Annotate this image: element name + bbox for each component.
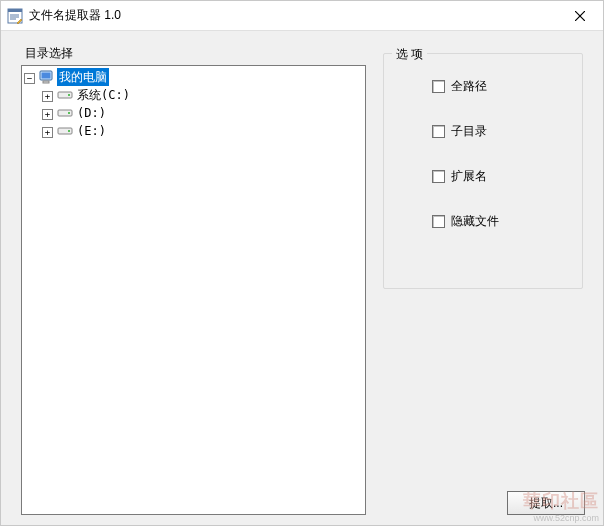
options-group: 选 项 全路径 子目录 扩展名 隐藏文件 [383, 53, 583, 289]
checkbox-hidden[interactable]: 隐藏文件 [432, 213, 562, 230]
checkbox-box [432, 215, 445, 228]
checkbox-box [432, 125, 445, 138]
app-icon [7, 8, 23, 24]
checkbox-label: 子目录 [451, 123, 487, 140]
titlebar: 文件名提取器 1.0 [1, 1, 603, 31]
tree-node-label: (E:) [75, 122, 108, 140]
close-button[interactable] [557, 1, 603, 31]
checkbox-fullpath[interactable]: 全路径 [432, 78, 562, 95]
expand-toggle[interactable]: + [42, 127, 53, 138]
svg-rect-8 [42, 73, 51, 79]
tree-node-drive[interactable]: + (E:) [24, 122, 365, 140]
drive-icon [57, 105, 73, 121]
client-area: 目录选择 − 我的电脑 + [1, 31, 603, 525]
expand-toggle[interactable]: + [42, 109, 53, 120]
checkbox-label: 扩展名 [451, 168, 487, 185]
tree-node-label: 系统(C:) [75, 86, 132, 104]
tree-node-drive[interactable]: + 系统(C:) [24, 86, 365, 104]
checkbox-box [432, 170, 445, 183]
expand-toggle[interactable]: − [24, 73, 35, 84]
svg-rect-13 [68, 112, 70, 114]
close-icon [575, 11, 585, 21]
app-window: 文件名提取器 1.0 目录选择 − [0, 0, 604, 526]
checkbox-label: 全路径 [451, 78, 487, 95]
checkbox-box [432, 80, 445, 93]
checkbox-subdir[interactable]: 子目录 [432, 123, 562, 140]
expand-toggle[interactable]: + [42, 91, 53, 102]
checkbox-label: 隐藏文件 [451, 213, 499, 230]
computer-icon [39, 69, 55, 85]
svg-rect-9 [43, 81, 49, 83]
tree-node-root[interactable]: − 我的电脑 [24, 68, 365, 86]
directory-legend: 目录选择 [21, 45, 77, 62]
directory-tree[interactable]: − 我的电脑 + [21, 65, 366, 515]
svg-rect-11 [68, 94, 70, 96]
directory-group: 目录选择 − 我的电脑 + [21, 53, 366, 521]
tree-node-label: (D:) [75, 104, 108, 122]
drive-icon [57, 123, 73, 139]
extract-button[interactable]: 提取... [507, 491, 585, 515]
svg-rect-15 [68, 130, 70, 132]
options-legend: 选 项 [392, 46, 427, 63]
window-title: 文件名提取器 1.0 [29, 7, 121, 24]
tree-node-drive[interactable]: + (D:) [24, 104, 365, 122]
checkbox-extension[interactable]: 扩展名 [432, 168, 562, 185]
drive-icon [57, 87, 73, 103]
svg-rect-1 [8, 9, 22, 12]
tree-node-label: 我的电脑 [57, 68, 109, 86]
